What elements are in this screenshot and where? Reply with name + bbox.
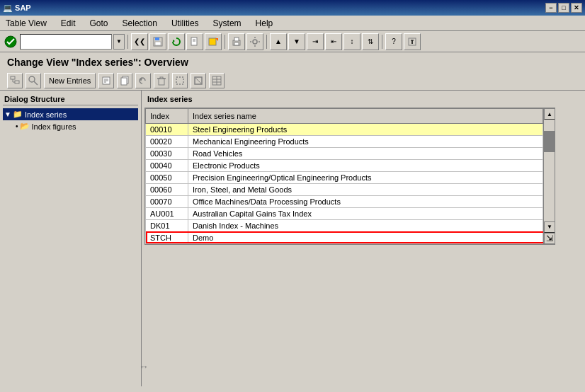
separator-1	[127, 35, 128, 49]
deselect-icon[interactable]	[191, 73, 206, 88]
page-icon[interactable]	[186, 33, 203, 50]
tree-arrow-icon: ▼	[4, 110, 11, 118]
separator-4	[382, 35, 382, 49]
nav-icon2[interactable]: ⇅	[362, 33, 379, 50]
cell-name: Danish Index - Machines	[188, 219, 543, 231]
dialog-panel: Dialog Structure ▼ 📁 Index series • 📂 In…	[0, 91, 142, 386]
save-icon[interactable]	[149, 33, 166, 50]
dropdown-arrow[interactable]: ▼	[113, 34, 125, 50]
svg-point-25	[29, 76, 35, 82]
resize-handle[interactable]: ↔	[139, 361, 149, 372]
back-icon[interactable]: ❮❮	[131, 33, 148, 50]
cell-name: Mechanical Engineering Products	[188, 135, 543, 147]
export-icon[interactable]: ⇤	[325, 33, 342, 50]
title-bar-buttons: − □ ✕	[545, 3, 582, 13]
select-all-icon[interactable]	[172, 73, 188, 88]
menu-item-help[interactable]: Help	[253, 17, 276, 30]
refresh-icon[interactable]	[168, 33, 185, 50]
cell-name: Australian Capital Gains Tax Index	[188, 207, 543, 219]
table-row[interactable]: 00020Mechanical Engineering Products	[146, 135, 555, 147]
svg-rect-21	[11, 76, 15, 79]
menu-item-edit[interactable]: Edit	[58, 17, 79, 30]
svg-point-13	[253, 40, 257, 44]
separator-3	[266, 35, 267, 49]
tree-item-label-index-figures: Index figures	[32, 122, 76, 131]
table-row[interactable]: 00050Precision Engineering/Optical Engin…	[146, 171, 555, 183]
action-toolbar: New Entries	[0, 71, 585, 91]
separator-2	[225, 35, 225, 49]
search-icon-btn[interactable]	[25, 73, 41, 88]
scroll-thumb	[544, 131, 555, 152]
upload-icon[interactable]: ▲	[270, 33, 287, 50]
table-row[interactable]: AU001Australian Capital Gains Tax Index	[146, 207, 555, 219]
menu-item-goto[interactable]: Goto	[87, 17, 111, 30]
minimize-button[interactable]: −	[545, 3, 557, 13]
main-content: Dialog Structure ▼ 📁 Index series • 📂 In…	[0, 91, 585, 386]
menu-item-utilities[interactable]: Utilities	[169, 17, 202, 30]
svg-rect-12	[234, 42, 239, 45]
svg-marker-4	[173, 40, 175, 42]
copy-icon-btn[interactable]	[117, 73, 132, 88]
cell-name: Road Vehicles	[188, 147, 543, 159]
scroll-down-button[interactable]: ▼	[544, 221, 555, 233]
cell-index: 00010	[146, 123, 188, 135]
cell-index: 00030	[146, 147, 188, 159]
menu-item-table-view[interactable]: Table View	[3, 17, 50, 30]
maximize-button[interactable]: □	[558, 3, 569, 13]
scroll-corner: ⇲	[544, 233, 555, 244]
close-button[interactable]: ✕	[571, 3, 582, 13]
scroll-up-button[interactable]: ▲	[544, 108, 555, 120]
svg-rect-32	[121, 78, 127, 85]
cell-index: 00060	[146, 183, 188, 195]
cell-name: Office Machines/Data Processing Products	[188, 195, 543, 207]
column-header-index: Index	[146, 109, 188, 124]
table-row[interactable]: DK01Danish Index - Machines	[146, 219, 555, 231]
tree-item-index-figures[interactable]: • 📂 Index figures	[3, 120, 138, 132]
svg-rect-37	[176, 77, 183, 84]
svg-rect-24	[15, 81, 19, 83]
cell-index: DK01	[146, 219, 188, 231]
svg-point-16	[250, 41, 251, 42]
details-icon-btn[interactable]	[98, 73, 114, 88]
cell-name: Precision Engineering/Optical Engineerin…	[188, 171, 543, 183]
svg-rect-11	[234, 38, 239, 41]
svg-point-14	[254, 37, 256, 38]
svg-rect-2	[155, 38, 159, 40]
table-row[interactable]: 00070Office Machines/Data Processing Pro…	[146, 195, 555, 207]
undo-icon-btn[interactable]	[135, 73, 151, 88]
menu-bar: Table View Edit Goto Selection Utilities…	[0, 16, 585, 31]
scrollbar[interactable]: ▲ ▼ ⇲	[543, 108, 555, 244]
svg-line-39	[195, 77, 202, 84]
yellow-icon[interactable]	[205, 33, 222, 50]
cell-index: STCH	[146, 231, 188, 243]
table-row[interactable]: 00030Road Vehicles	[146, 147, 555, 159]
menu-item-selection[interactable]: Selection	[120, 17, 160, 30]
table-row[interactable]: 00010Steel Engineering Products	[146, 123, 555, 135]
check-icon	[3, 34, 18, 50]
data-table-container: Index Index series name 00010Steel Engin…	[144, 108, 555, 245]
tree-item-index-series[interactable]: ▼ 📁 Index series	[3, 108, 138, 120]
delete-icon-btn[interactable]	[154, 73, 169, 88]
cell-name: Steel Engineering Products	[188, 123, 543, 135]
index-series-table: Index Index series name 00010Steel Engin…	[145, 108, 555, 244]
nav-icon[interactable]: ↕	[343, 33, 360, 50]
settings-icon[interactable]	[246, 33, 263, 50]
page-title-area: Change View "Index series": Overview	[0, 52, 585, 71]
config-icon[interactable]	[209, 73, 225, 88]
cell-name: Demo	[188, 231, 543, 243]
svg-line-26	[34, 81, 38, 85]
tree-icon-btn[interactable]	[7, 73, 23, 88]
download-icon[interactable]: ▼	[288, 33, 305, 50]
table-row[interactable]: 00040Electronic Products	[146, 159, 555, 171]
command-input[interactable]	[20, 34, 112, 50]
table-row[interactable]: STCHDemo	[146, 231, 555, 243]
help-icon[interactable]: ?	[385, 33, 402, 50]
info-icon[interactable]	[404, 33, 421, 50]
import-icon[interactable]: ⇥	[307, 33, 324, 50]
table-row[interactable]: 00060Iron, Steel, and Metal Goods	[146, 183, 555, 195]
menu-item-system[interactable]: System	[210, 17, 244, 30]
cell-index: 00050	[146, 171, 188, 183]
print-icon[interactable]	[228, 33, 245, 50]
new-entries-button[interactable]: New Entries	[44, 73, 96, 88]
svg-rect-3	[155, 42, 161, 45]
